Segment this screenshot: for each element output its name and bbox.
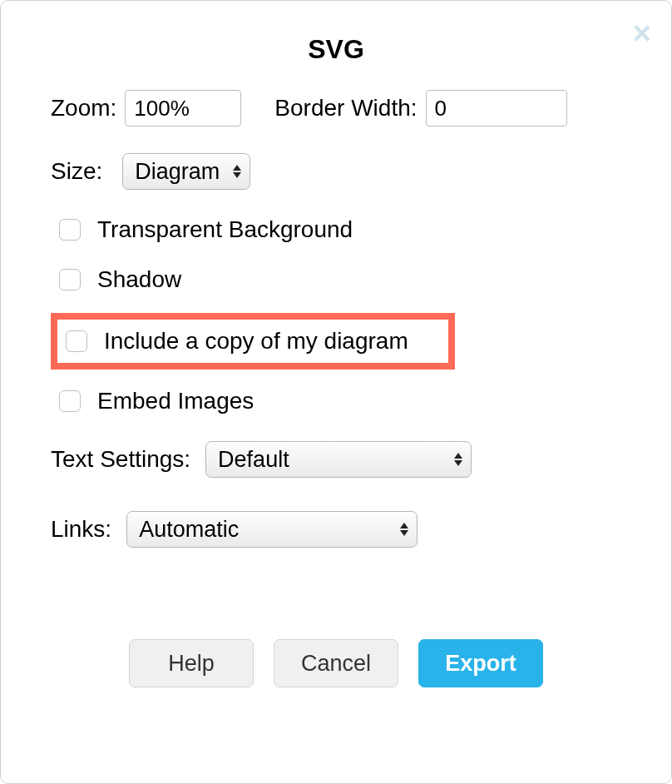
size-select-value: Diagram [135,159,220,185]
help-button[interactable]: Help [129,639,254,687]
checkbox-icon[interactable] [66,330,87,352]
text-settings-select[interactable]: Default [205,441,472,478]
svg-marker-5 [400,530,408,536]
text-settings-value: Default [218,447,289,473]
embed-images-option[interactable]: Embed Images [59,388,621,414]
zoom-border-row: Zoom: Border Width: [51,90,621,127]
updown-icon [233,165,241,178]
border-width-label: Border Width: [274,95,417,122]
size-select[interactable]: Diagram [122,153,250,190]
close-icon[interactable]: × [633,17,651,49]
svg-marker-4 [400,523,408,528]
shadow-label: Shadow [97,266,181,293]
include-copy-highlight: Include a copy of my diagram [51,313,455,370]
zoom-input[interactable] [125,90,241,127]
links-select[interactable]: Automatic [126,511,418,548]
dialog-title: SVG [51,34,621,65]
svg-marker-1 [233,172,241,178]
cancel-button[interactable]: Cancel [274,639,398,687]
transparent-bg-label: Transparent Background [97,216,353,243]
svg-marker-3 [454,460,462,466]
links-label: Links: [51,516,111,543]
updown-icon [400,523,408,536]
size-label: Size: [51,158,102,185]
links-row: Links: Automatic [51,511,621,548]
checkbox-icon[interactable] [59,390,81,412]
size-row: Size: Diagram [51,153,621,190]
svg-marker-2 [454,453,462,459]
export-button[interactable]: Export [418,639,543,687]
transparent-bg-option[interactable]: Transparent Background [59,216,621,243]
text-settings-label: Text Settings: [51,446,190,473]
text-settings-row: Text Settings: Default [51,441,621,478]
embed-images-label: Embed Images [97,388,254,414]
include-copy-option[interactable]: Include a copy of my diagram [66,328,408,355]
shadow-option[interactable]: Shadow [59,266,621,293]
border-width-input[interactable] [426,90,567,127]
include-copy-label: Include a copy of my diagram [104,328,408,355]
export-svg-dialog: × SVG Zoom: Border Width: Size: Diagram … [0,0,672,784]
checkbox-icon[interactable] [59,219,81,241]
updown-icon [454,453,462,466]
svg-marker-0 [233,165,241,171]
dialog-buttons: Help Cancel Export [51,639,621,687]
zoom-label: Zoom: [51,95,116,122]
checkbox-icon[interactable] [59,269,81,290]
links-value: Automatic [139,517,239,543]
